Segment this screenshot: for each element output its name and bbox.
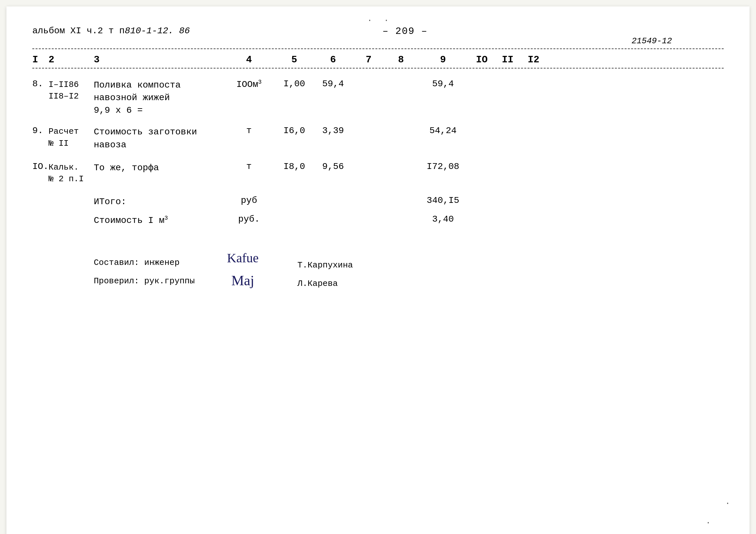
footer-section: Составил: инженер Проверил: рук.группы K… (32, 254, 724, 293)
cost-value: 3,40 (417, 214, 469, 224)
itogo-value: 340,I5 (417, 195, 469, 205)
row-10-col6: 9,56 (314, 161, 352, 171)
footer-labels: Составил: инженер Проверил: рук.группы (94, 254, 195, 291)
row-10-col5: I8,0 (275, 161, 314, 171)
row-8-subline: 9,9 x 6 = (32, 105, 724, 115)
column-headers-row: I 2 3 4 5 6 7 8 9 IO II I2 (32, 52, 724, 68)
signature-1: Kafue (227, 250, 259, 266)
row-10-col9: I72,08 (417, 161, 469, 171)
row-9-unit: т (223, 125, 275, 136)
data-row-10: IO. Кальк. № 2 п.I То же, торфа т I8,0 9… (32, 161, 724, 185)
footer-names: Т.Карпухина Л.Карева (297, 254, 353, 293)
row-9-ref: Расчет № II (48, 125, 94, 149)
col-header-9: 9 (417, 54, 469, 65)
col-header-3: 3 (94, 54, 223, 65)
row-10-num: IO. (32, 161, 48, 171)
header-row: альбом XI ч.2 т п 810-1-12. 86 – 209 – (32, 26, 724, 37)
col-header-2: 2 (48, 54, 94, 65)
album-label: альбом XI ч.2 т п 810-1-12. 86 (32, 26, 190, 36)
checked-label: Проверил: рук.группы (94, 272, 195, 291)
compiled-label: Составил: инженер (94, 254, 195, 272)
document-page: · · альбом XI ч.2 т п 810-1-12. 86 – 209… (7, 7, 749, 534)
name-1: Т.Карпухина (297, 256, 353, 275)
row-10-unit: т (223, 161, 275, 171)
row-8-col5: I,00 (275, 78, 314, 89)
row-9-col9: 54,24 (417, 125, 469, 136)
row-8-col6: 59,4 (314, 78, 352, 89)
col-header-10: IO (469, 54, 495, 65)
row-8-ref: I–II86 II8–I2 (48, 78, 94, 102)
itogo-label: ИТого: (94, 195, 223, 208)
itogo-row: ИТого: руб 340,I5 (32, 195, 724, 209)
row-8-col9: 59,4 (417, 78, 469, 89)
col-header-12: I2 (521, 54, 547, 65)
col-header-8: 8 (385, 54, 417, 65)
row-9-col6: 3,39 (314, 125, 352, 136)
row-10-ref: Кальк. № 2 п.I (48, 161, 94, 185)
name-2: Л.Карева (297, 275, 353, 293)
data-row-9: 9. Расчет № II Стоимость заготовки навоз… (32, 125, 724, 151)
cost-label: Стоимость I м3 (94, 214, 223, 227)
row-8-num: 8. (32, 78, 48, 89)
row-9-col5: I6,0 (275, 125, 314, 136)
col-header-4: 4 (223, 54, 275, 65)
row-8-unit: IOOм3 (223, 78, 275, 89)
col-header-11: II (495, 54, 521, 65)
row-9-desc: Стоимость заготовки навоза (94, 125, 223, 151)
row-10-desc: То же, торфа (94, 161, 223, 174)
data-row-8: 8. I–II86 II8–I2 Поливка компоста навозн… (32, 78, 724, 115)
cost-unit: руб. (223, 214, 275, 224)
col-header-1: I (32, 54, 48, 65)
col-header-7: 7 (352, 54, 385, 65)
top-dashed-line (32, 48, 724, 49)
footer-signatures: Kafue Мај (227, 250, 259, 290)
bottom-dot-2: · (725, 498, 730, 508)
signature-2: Мај (231, 272, 254, 290)
row-8-desc: Поливка компоста навозной жижей (94, 78, 223, 104)
bottom-dot: · (706, 518, 711, 527)
row-9-num: 9. (32, 125, 48, 136)
cost-row: Стоимость I м3 руб. 3,40 (32, 214, 724, 228)
col-header-6: 6 (314, 54, 352, 65)
doc-number: 21549-12 (32, 36, 672, 46)
col-header-5: 5 (275, 54, 314, 65)
page-number: – 209 – (383, 26, 428, 37)
itogo-unit: руб (223, 195, 275, 205)
